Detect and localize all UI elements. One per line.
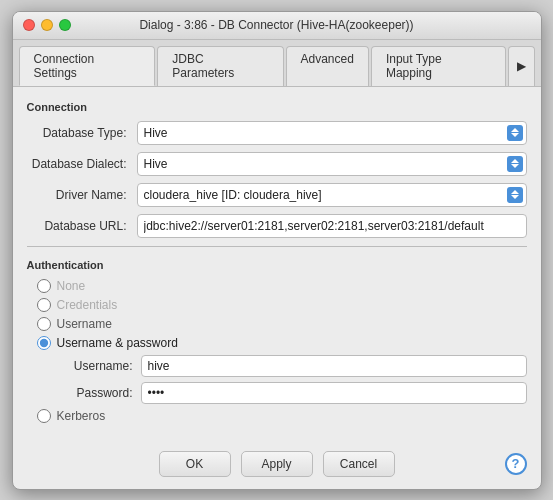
radio-username-password[interactable] (37, 336, 51, 350)
radio-kerberos-label: Kerberos (57, 409, 106, 423)
database-url-row: Database URL: (27, 214, 527, 238)
radio-kerberos[interactable] (37, 409, 51, 423)
credentials-subform: Username: Password: (69, 355, 527, 404)
radio-none-row: None (37, 279, 527, 293)
tab-jdbc-parameters[interactable]: JDBC Parameters (157, 46, 283, 86)
dialog-footer: OK Apply Cancel ? (13, 441, 541, 489)
driver-name-wrap (137, 183, 527, 207)
window-title: Dialog - 3:86 - DB Connector (Hive-HA(zo… (139, 18, 413, 32)
tab-input-type-mapping[interactable]: Input Type Mapping (371, 46, 506, 86)
radio-kerberos-row: Kerberos (37, 409, 527, 423)
cancel-button[interactable]: Cancel (323, 451, 395, 477)
radio-username-password-label: Username & password (57, 336, 178, 350)
tab-advanced[interactable]: Advanced (286, 46, 369, 86)
database-url-field[interactable] (137, 214, 527, 238)
radio-username[interactable] (37, 317, 51, 331)
radio-username-row: Username (37, 317, 527, 331)
database-type-wrap (137, 121, 527, 145)
driver-name-label: Driver Name: (27, 188, 137, 202)
dialog-window: Dialog - 3:86 - DB Connector (Hive-HA(zo… (12, 11, 542, 490)
radio-none[interactable] (37, 279, 51, 293)
database-dialect-field[interactable] (137, 152, 527, 176)
radio-username-password-row: Username & password (37, 336, 527, 350)
radio-none-label: None (57, 279, 86, 293)
database-url-label: Database URL: (27, 219, 137, 233)
dialog-content: Connection Database Type: Database Diale… (13, 87, 541, 441)
radio-credentials[interactable] (37, 298, 51, 312)
username-input[interactable] (141, 355, 527, 377)
tab-connection-settings[interactable]: Connection Settings (19, 46, 156, 86)
driver-name-field[interactable] (137, 183, 527, 207)
auth-options: None Credentials Username Username & pas… (27, 279, 527, 423)
database-dialect-label: Database Dialect: (27, 157, 137, 171)
minimize-button[interactable] (41, 19, 53, 31)
password-input[interactable] (141, 382, 527, 404)
username-subrow: Username: (69, 355, 527, 377)
driver-name-row: Driver Name: (27, 183, 527, 207)
radio-username-label: Username (57, 317, 112, 331)
password-subrow: Password: (69, 382, 527, 404)
database-type-row: Database Type: (27, 121, 527, 145)
authentication-section: Authentication None Credentials Username… (27, 246, 527, 423)
apply-button[interactable]: Apply (241, 451, 313, 477)
password-label: Password: (69, 386, 141, 400)
close-button[interactable] (23, 19, 35, 31)
tab-bar: Connection Settings JDBC Parameters Adva… (13, 40, 541, 87)
database-dialect-row: Database Dialect: (27, 152, 527, 176)
connection-section-label: Connection (27, 101, 527, 113)
window-controls (23, 19, 71, 31)
title-bar: Dialog - 3:86 - DB Connector (Hive-HA(zo… (13, 12, 541, 40)
ok-button[interactable]: OK (159, 451, 231, 477)
tab-more-button[interactable]: ▶ (508, 46, 535, 86)
username-label: Username: (69, 359, 141, 373)
database-type-field[interactable] (137, 121, 527, 145)
maximize-button[interactable] (59, 19, 71, 31)
authentication-section-label: Authentication (27, 259, 527, 271)
radio-credentials-row: Credentials (37, 298, 527, 312)
radio-credentials-label: Credentials (57, 298, 118, 312)
database-dialect-wrap (137, 152, 527, 176)
database-url-wrap (137, 214, 527, 238)
database-type-label: Database Type: (27, 126, 137, 140)
help-button[interactable]: ? (505, 453, 527, 475)
